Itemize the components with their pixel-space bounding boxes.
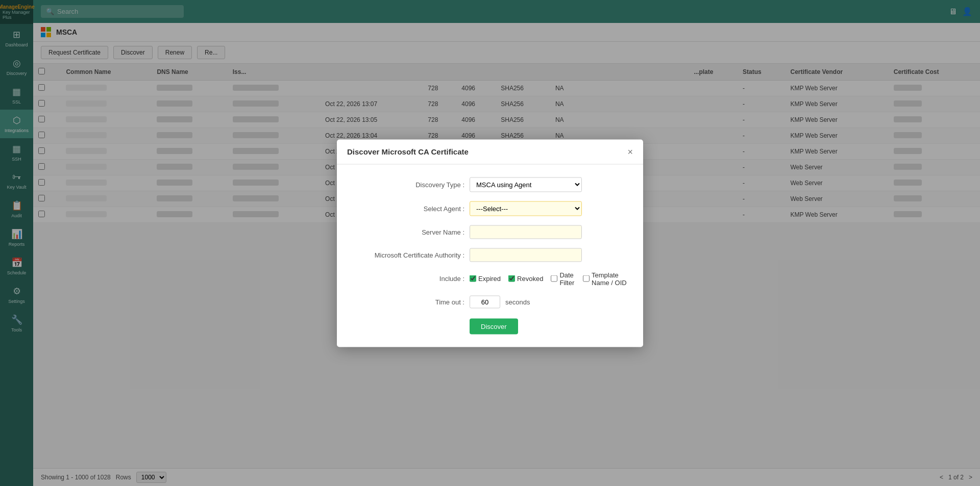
server-name-row: Server Name : [352,225,628,239]
timeout-input[interactable] [470,295,500,308]
template-name-label: Template Name / OID [592,271,628,286]
discover-msca-modal: Discover Microsoft CA Certificate × Disc… [337,139,643,347]
discovery-type-label: Discovery Type : [352,181,464,188]
server-name-input[interactable] [470,225,582,239]
discovery-type-row: Discovery Type : MSCA using Agent MSCA D… [352,177,628,192]
modal-body: Discovery Type : MSCA using Agent MSCA D… [337,164,643,347]
discover-action-row: Discover [352,318,628,334]
modal-title: Discover Microsoft CA Certificate [347,147,469,156]
include-options: Expired Revoked Date Filter Template Nam… [470,271,628,286]
date-filter-label: Date Filter [559,271,575,286]
template-name-checkbox-item[interactable]: Template Name / OID [583,271,628,286]
date-filter-checkbox-item[interactable]: Date Filter [551,271,575,286]
msca-label: Microsoft Certificate Authority : [352,251,464,259]
revoked-checkbox[interactable] [508,275,515,282]
timeout-row: Time out : seconds [352,295,628,308]
revoked-label: Revoked [517,275,543,283]
modal-close-button[interactable]: × [627,147,633,156]
server-name-label: Server Name : [352,228,464,236]
seconds-label: seconds [505,298,530,305]
expired-label: Expired [478,275,501,283]
modal-discover-button[interactable]: Discover [470,318,518,334]
include-row: Include : Expired Revoked Date Filter Te… [352,271,628,286]
modal-header: Discover Microsoft CA Certificate × [337,139,643,164]
select-agent-row: Select Agent : ---Select--- [352,201,628,216]
include-label: Include : [352,275,464,283]
select-agent-select[interactable]: ---Select--- [470,201,582,216]
msca-input[interactable] [470,248,582,262]
expired-checkbox[interactable] [470,275,476,282]
timeout-label: Time out : [352,298,464,305]
expired-checkbox-item[interactable]: Expired [470,275,501,283]
revoked-checkbox-item[interactable]: Revoked [508,275,543,283]
discovery-type-select[interactable]: MSCA using Agent MSCA Direct [470,177,582,192]
select-agent-label: Select Agent : [352,204,464,212]
msca-row: Microsoft Certificate Authority : [352,248,628,262]
date-filter-checkbox[interactable] [551,275,557,282]
template-name-checkbox[interactable] [583,275,590,282]
